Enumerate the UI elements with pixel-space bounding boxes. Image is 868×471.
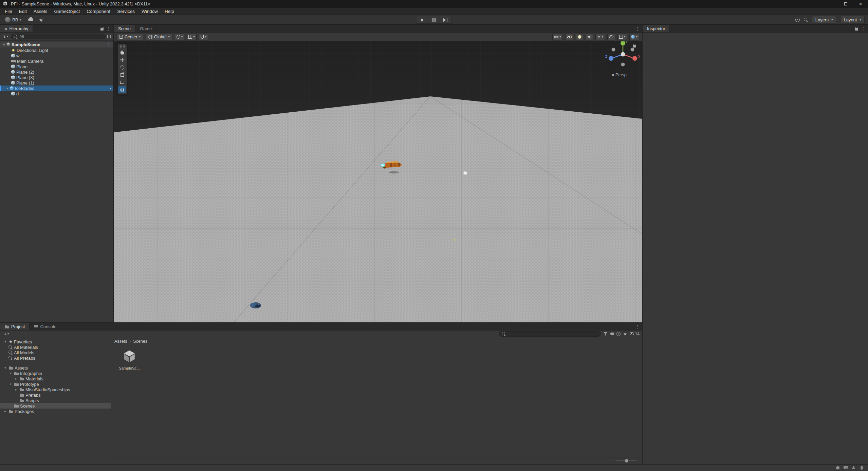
panel-menu-icon[interactable]: ⋮ (107, 27, 111, 31)
expand-arrow-icon[interactable]: ▾ (3, 366, 7, 370)
notifications-icon[interactable] (852, 466, 855, 470)
spaceship-object[interactable] (378, 159, 405, 175)
menu-window[interactable]: Window (138, 9, 161, 14)
cloud-button[interactable] (26, 16, 35, 23)
tree-infographie[interactable]: ▾ Infographie (0, 371, 111, 376)
hierarchy-item-plane-2[interactable]: Plane (2) (0, 69, 113, 75)
menu-gameobject[interactable]: GameObject (51, 9, 84, 14)
view-tool-button[interactable] (118, 49, 126, 56)
tree-assets[interactable]: ▾ Assets (0, 365, 111, 371)
tree-scripts[interactable]: Scripts (0, 398, 111, 403)
background-activity-icon[interactable] (860, 466, 863, 470)
breadcrumb-root[interactable]: Assets (114, 339, 127, 344)
save-search-icon[interactable]: ★ (623, 332, 627, 336)
tab-inspector[interactable]: Inspector (643, 25, 670, 32)
scene-visibility-toggle[interactable] (607, 34, 615, 40)
panel-menu-icon[interactable]: ⋮ (635, 27, 640, 31)
hierarchy-item-d[interactable]: d (0, 91, 113, 96)
projection-toggle[interactable]: Persp (611, 73, 627, 77)
hierarchy-item-iceblades[interactable]: ▸ IceBlades ▸ (0, 86, 113, 91)
hierarchy-item-w[interactable]: w (0, 53, 113, 58)
thumbnail-size-slider[interactable] (615, 460, 636, 461)
panel-menu-icon[interactable]: ⋮ (635, 325, 640, 329)
panel-menu-icon[interactable]: ⋮ (861, 27, 865, 31)
orientation-gizmo[interactable]: y x z (603, 38, 642, 73)
rect-tool-button[interactable] (118, 79, 126, 86)
tree-misostudiospaceships[interactable]: ▸ MisoStudioSpaceships (0, 387, 111, 392)
expand-arrow-icon[interactable]: ▾ (3, 340, 7, 343)
menu-services[interactable]: Services (114, 9, 138, 14)
tab-hierarchy[interactable]: ≡ Hierarchy (0, 25, 33, 32)
yellow-marker-object[interactable] (454, 239, 455, 241)
hierarchy-search-input[interactable]: All (11, 34, 106, 39)
expand-arrow-icon[interactable]: ▸ (3, 410, 7, 413)
transform-tool-button[interactable] (118, 86, 126, 93)
blue-debris-object[interactable] (248, 300, 263, 311)
grid-visibility-dropdown[interactable]: ▾ (617, 34, 627, 40)
search-by-type-icon[interactable] (604, 332, 607, 336)
scale-tool-button[interactable] (118, 71, 126, 78)
collab-status-icon[interactable] (836, 466, 839, 470)
effects-dropdown[interactable]: ▾ (595, 34, 605, 40)
close-button[interactable]: ✕ (853, 0, 868, 8)
tool-settings-button[interactable]: ▾ (175, 34, 185, 40)
layout-dropdown[interactable]: Layout ▾ (840, 16, 865, 23)
hierarchy-item-main-camera[interactable]: Main Camera (0, 58, 113, 64)
tab-project[interactable]: Project (0, 323, 30, 330)
tree-all-materials[interactable]: All Materials (0, 344, 111, 350)
tree-prototype[interactable]: ▾ Prototype (0, 381, 111, 387)
expand-arrow-icon[interactable]: ▸ (14, 377, 18, 380)
pause-button[interactable] (428, 16, 440, 24)
search-icon[interactable] (804, 18, 808, 22)
account-button[interactable]: BB ▾ (3, 16, 23, 23)
hidden-items-indicator[interactable]: 14 (630, 332, 640, 336)
maximize-button[interactable] (838, 0, 853, 8)
scene-viewport[interactable]: Center ▾ Global ▾ ▾ ▾ ▾ ▾ 2D ▾ ▾ ▾ (114, 33, 642, 322)
lighting-toggle[interactable] (576, 34, 583, 40)
breadcrumb-current[interactable]: Scenes (133, 339, 147, 344)
scene-camera-settings-button[interactable]: ▾ (552, 34, 563, 40)
prefab-open-arrow-icon[interactable]: ▸ (110, 87, 111, 90)
expand-arrow-icon[interactable]: ▾ (2, 43, 6, 46)
snap-settings-button[interactable]: ▾ (199, 34, 208, 40)
2d-mode-toggle[interactable]: 2D (565, 34, 574, 40)
audio-toggle[interactable] (586, 34, 593, 40)
hierarchy-item-plane[interactable]: Plane (0, 64, 113, 69)
grid-snap-button[interactable]: ▾ (187, 34, 197, 40)
info-icon[interactable] (616, 332, 621, 336)
tree-favorites[interactable]: ▾ ★ Favorites (0, 339, 111, 344)
menu-assets[interactable]: Assets (30, 9, 51, 14)
step-button[interactable] (440, 16, 451, 24)
tree-prefabs[interactable]: Prefabs (0, 392, 111, 398)
expand-arrow-icon[interactable]: ▾ (8, 372, 13, 375)
lock-icon[interactable] (855, 28, 858, 31)
services-button[interactable] (38, 16, 44, 23)
tree-all-models[interactable]: All Models (0, 350, 111, 355)
scene-menu-icon[interactable]: ⋮ (107, 43, 111, 47)
tree-scenes[interactable]: Scenes (0, 403, 111, 409)
white-marker-object[interactable] (463, 171, 467, 175)
minimize-button[interactable] (823, 0, 838, 8)
menu-help[interactable]: Help (161, 9, 178, 14)
tab-game[interactable]: Game (135, 25, 156, 32)
tab-console[interactable]: Console (30, 323, 61, 330)
expand-arrow-icon[interactable]: ▾ (8, 382, 13, 386)
rotate-tool-button[interactable] (118, 64, 126, 71)
drag-handle[interactable] (120, 45, 125, 48)
move-tool-button[interactable] (118, 56, 126, 63)
hierarchy-item-plane-3[interactable]: Plane (3) (0, 75, 113, 80)
column-settings-icon[interactable] (107, 35, 111, 38)
gizmo-lock-icon[interactable] (633, 45, 636, 48)
create-object-button[interactable]: +▾ (2, 34, 9, 39)
tree-all-prefabs[interactable]: All Prefabs (0, 355, 111, 361)
tab-scene[interactable]: Scene (114, 25, 135, 32)
play-button[interactable] (417, 16, 428, 24)
expand-arrow-icon[interactable]: ▸ (5, 87, 10, 90)
console-message-icon[interactable] (844, 466, 848, 469)
asset-samplescene[interactable]: SampleSc... (116, 349, 143, 370)
hierarchy-item-directional-light[interactable]: Directional Light (0, 48, 113, 53)
menu-component[interactable]: Component (83, 9, 114, 14)
search-by-label-icon[interactable] (610, 333, 614, 335)
slider-knob[interactable] (625, 459, 628, 463)
tree-packages[interactable]: ▸ Packages (0, 409, 111, 414)
